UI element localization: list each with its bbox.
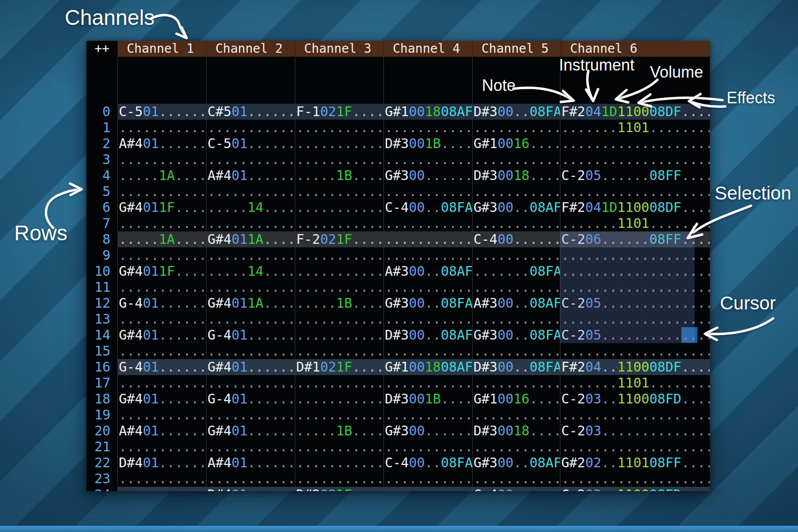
pattern-cell-ch5-row4[interactable]: D#30018.... xyxy=(472,168,560,184)
channel-header-5[interactable]: Channel 5 xyxy=(472,41,561,57)
channel-header-1[interactable]: Channel 1 xyxy=(117,41,206,57)
pattern-cell-ch3-row1[interactable]: ........... xyxy=(295,120,383,136)
pattern-cell-ch5-row2[interactable]: G#10016.... xyxy=(472,136,560,152)
pattern-cell-ch2-row12[interactable]: G#4011A.... xyxy=(206,295,295,311)
pattern-cell-ch3-row7[interactable]: ........... xyxy=(295,215,383,231)
pattern-cell-ch1-row23[interactable]: ........... xyxy=(117,471,206,487)
pattern-cell-ch6-row11[interactable]: ................... xyxy=(560,279,710,295)
pattern-cell-ch5-row9[interactable]: ........... xyxy=(472,247,560,263)
pattern-cell-ch6-row3[interactable]: ................... xyxy=(560,152,710,168)
pattern-cell-ch5-row18[interactable]: G#10016.... xyxy=(472,391,560,407)
pattern-cell-ch5-row11[interactable]: ........... xyxy=(472,279,560,295)
pattern-cell-ch2-row13[interactable]: ........... xyxy=(206,311,295,327)
pattern-cell-ch6-row18[interactable]: C-203..110008FD.... xyxy=(560,391,710,407)
pattern-cell-ch1-row10[interactable]: G#4011F.... xyxy=(117,263,206,279)
pattern-cell-ch6-row6[interactable]: F#2041D110008DF.... xyxy=(560,200,710,215)
pattern-cell-ch3-row19[interactable]: ........... xyxy=(295,407,383,423)
pattern-cell-ch1-row8[interactable]: .....1A.... xyxy=(117,231,206,247)
channel-header-2[interactable]: Channel 2 xyxy=(206,41,295,57)
pattern-cell-ch4-row14[interactable]: D#300..08AF xyxy=(383,327,472,343)
pattern-cell-ch2-row21[interactable]: ........... xyxy=(206,439,295,455)
pattern-cell-ch1-row22[interactable]: D#401...... xyxy=(117,455,206,471)
pattern-cell-ch5-row22[interactable]: G#300..08AF xyxy=(472,455,560,471)
pattern-cell-ch1-row24[interactable]: ........... xyxy=(117,487,206,491)
pattern-cell-ch6-row4[interactable]: C-205......08FF.... xyxy=(560,168,710,184)
pattern-cell-ch4-row23[interactable]: ........... xyxy=(383,471,472,487)
pattern-cell-ch2-row11[interactable]: ........... xyxy=(206,279,295,295)
pattern-cell-ch2-row24[interactable]: D#401...... xyxy=(206,487,295,491)
pattern-cell-ch5-row3[interactable]: ........... xyxy=(472,152,560,168)
pattern-cell-ch1-row18[interactable]: G#401...... xyxy=(117,391,206,407)
pattern-cell-ch6-row14[interactable]: C-205.............. xyxy=(560,327,710,343)
pattern-cell-ch4-row20[interactable]: G#300...... xyxy=(383,423,472,439)
pattern-cell-ch6-row8[interactable]: C-206......08FF.... xyxy=(560,231,710,247)
pattern-cell-ch1-row17[interactable]: ........... xyxy=(117,375,206,391)
pattern-cell-ch2-row23[interactable]: ........... xyxy=(206,471,295,487)
pattern-cell-ch2-row0[interactable]: C#501...... xyxy=(206,104,295,120)
pattern-cell-ch6-row1[interactable]: .......1101........ xyxy=(560,120,710,136)
pattern-cell-ch5-row17[interactable]: ........... xyxy=(472,375,560,391)
pattern-cell-ch1-row1[interactable]: ........... xyxy=(117,120,206,136)
pattern-cell-ch6-row21[interactable]: ................... xyxy=(560,439,710,455)
pattern-cell-ch4-row3[interactable]: ........... xyxy=(383,152,472,168)
pattern-cell-ch2-row9[interactable]: ........... xyxy=(206,247,295,263)
channel-header-6[interactable]: Channel 6 xyxy=(561,41,710,57)
pattern-cell-ch5-row14[interactable]: G#300..08FA xyxy=(472,327,560,343)
pattern-cursor[interactable]: .. xyxy=(681,327,697,343)
pattern-cell-ch3-row8[interactable]: F-2021F.... xyxy=(295,231,383,247)
pattern-cell-ch6-row9[interactable]: ................... xyxy=(560,247,710,263)
pattern-cell-ch1-row3[interactable]: ........... xyxy=(117,152,206,168)
pattern-cell-ch5-row0[interactable]: D#300..08FA xyxy=(472,104,560,120)
pattern-cell-ch4-row15[interactable]: ........... xyxy=(383,343,472,359)
pattern-cell-ch1-row7[interactable]: ........... xyxy=(117,215,206,231)
pattern-cell-ch4-row11[interactable]: ........... xyxy=(383,279,472,295)
pattern-cell-ch6-row22[interactable]: G#202..110108FF.... xyxy=(560,455,710,471)
pattern-cell-ch6-row10[interactable]: ................... xyxy=(560,263,710,279)
pattern-cell-ch2-row7[interactable]: ........... xyxy=(206,215,295,231)
pattern-cell-ch2-row2[interactable]: C-501...... xyxy=(206,136,295,152)
pattern-cell-ch5-row15[interactable]: ........... xyxy=(472,343,560,359)
pattern-cell-ch2-row1[interactable]: ........... xyxy=(206,120,295,136)
pattern-cell-ch1-row12[interactable]: G-401...... xyxy=(117,295,206,311)
pattern-cell-ch5-row7[interactable]: ........... xyxy=(472,215,560,231)
pattern-cell-ch3-row11[interactable]: ........... xyxy=(295,279,383,295)
pattern-cell-ch4-row4[interactable]: G#300...... xyxy=(383,168,472,184)
pattern-cell-ch2-row8[interactable]: G#4011A.... xyxy=(206,231,295,247)
pattern-cell-ch6-row0[interactable]: F#2041D110008DF.... xyxy=(560,104,710,120)
pattern-cell-ch5-row8[interactable]: C-400...... xyxy=(472,231,560,247)
pattern-cell-ch6-row23[interactable]: ................... xyxy=(560,471,710,487)
pattern-cell-ch2-row4[interactable]: A#401...... xyxy=(206,168,295,184)
pattern-cell-ch6-row20[interactable]: C-203.............. xyxy=(560,423,710,439)
pattern-cell-ch4-row18[interactable]: D#3001B.... xyxy=(383,391,472,407)
pattern-cell-ch5-row16[interactable]: D#300..08FA xyxy=(472,359,560,375)
pattern-cell-ch1-row5[interactable]: ........... xyxy=(117,184,206,200)
pattern-cell-ch1-row20[interactable]: A#401...... xyxy=(117,423,206,439)
pattern-cell-ch6-row24[interactable]: C-203..110008FD.... xyxy=(560,487,710,491)
pattern-cell-ch2-row15[interactable]: ........... xyxy=(206,343,295,359)
pattern-cell-ch5-row13[interactable]: ........... xyxy=(472,311,560,327)
pattern-cell-ch4-row22[interactable]: C-400..08FA xyxy=(383,455,472,471)
pattern-cell-ch4-row1[interactable]: ........... xyxy=(383,120,472,136)
pattern-cell-ch3-row21[interactable]: ........... xyxy=(295,439,383,455)
pattern-cell-ch2-row16[interactable]: G#401...... xyxy=(206,359,295,375)
pattern-cell-ch5-row23[interactable]: ........... xyxy=(472,471,560,487)
pattern-cell-ch5-row10[interactable]: .......08FA xyxy=(472,263,560,279)
pattern-cell-ch3-row18[interactable]: ........... xyxy=(295,391,383,407)
pattern-cell-ch3-row20[interactable]: .....1B.... xyxy=(295,423,383,439)
pattern-cell-ch1-row15[interactable]: ........... xyxy=(117,343,206,359)
pattern-cell-ch6-row12[interactable]: C-205.............. xyxy=(560,295,710,311)
pattern-cell-ch2-row20[interactable]: G#401...... xyxy=(206,423,295,439)
pattern-cell-ch4-row12[interactable]: G#300..08FA xyxy=(383,295,472,311)
pattern-cell-ch3-row0[interactable]: F-1021F.... xyxy=(295,104,383,120)
pattern-cell-ch1-row21[interactable]: ........... xyxy=(117,439,206,455)
pattern-cell-ch1-row14[interactable]: G#401...... xyxy=(117,327,206,343)
pattern-cell-ch1-row11[interactable]: ........... xyxy=(117,279,206,295)
pattern-cell-ch6-row5[interactable]: ................... xyxy=(560,184,710,200)
pattern-cell-ch4-row5[interactable]: ........... xyxy=(383,184,472,200)
pattern-cell-ch5-row5[interactable]: ........... xyxy=(472,184,560,200)
pattern-cell-ch5-row20[interactable]: D#30018.... xyxy=(472,423,560,439)
pattern-cell-ch2-row5[interactable]: ........... xyxy=(206,184,295,200)
pattern-cell-ch3-row12[interactable]: .....1B.... xyxy=(295,295,383,311)
pattern-cell-ch6-row19[interactable]: ................... xyxy=(560,407,710,423)
pattern-cell-ch5-row1[interactable]: ........... xyxy=(472,120,560,136)
